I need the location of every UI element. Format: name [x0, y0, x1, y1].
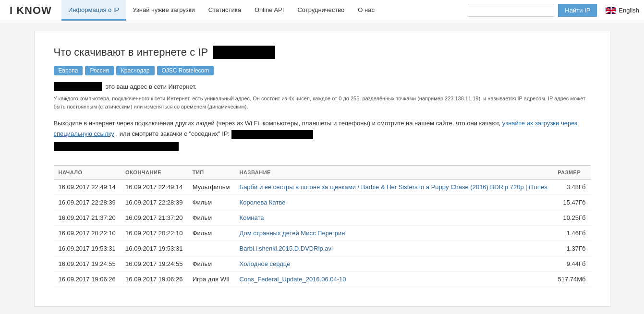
table-row: 16.09.2017 20:22:1016.09.2017 20:22:10Фи… — [54, 226, 591, 241]
cell-name: Barbi.i.shenki.2015.D.DVDRip.avi — [235, 241, 553, 256]
cell-end: 16.09.2017 22:28:39 — [121, 195, 188, 210]
cell-end: 16.09.2017 19:06:26 — [121, 272, 188, 287]
neighbor-ip-block-redacted — [54, 142, 179, 151]
cell-name: Дом странных детей Мисс Перегрин — [235, 226, 553, 241]
find-ip-button[interactable]: Найти IP — [558, 4, 597, 17]
cell-size: 1.46Гб — [553, 226, 590, 241]
nav-right: Найти IP English — [468, 4, 639, 17]
nav-item-others-downloads[interactable]: Узнай чужие загрузки — [126, 0, 201, 21]
page-title: Что скачивают в интернете с IP — [54, 46, 591, 59]
cell-type: Игра для WII — [188, 272, 235, 287]
tags-container: ЕвропаРоссияКраснодарOJSC Rostelecom — [54, 66, 591, 75]
cell-type: Мультфильм — [188, 180, 235, 195]
search-input[interactable] — [468, 4, 554, 17]
language-label: English — [619, 7, 639, 14]
col-header-end: ОКОНЧАНИЕ — [121, 166, 188, 180]
cell-size: 1.37Гб — [553, 241, 590, 256]
cell-name: Комната — [235, 210, 553, 226]
cell-name: Барби и её сестры в погоне за щенками / … — [235, 180, 553, 195]
cell-size: 10.25Гб — [553, 210, 590, 226]
table-header-row: НАЧАЛООКОНЧАНИЕТИПНАЗВАНИЕРАЗМЕР — [54, 166, 591, 180]
cell-end: 16.09.2017 20:22:10 — [121, 226, 188, 241]
your-ip-text: это ваш адрес в сети Интернет. — [106, 83, 197, 90]
file-name-link[interactable]: Barbi.i.shenki.2015.D.DVDRip.avi — [240, 245, 333, 252]
ip-description: У каждого компьютера, подключенного к се… — [54, 95, 591, 110]
ip-address-redacted — [213, 46, 275, 59]
cell-start: 16.09.2017 22:28:39 — [54, 195, 121, 210]
col-header-name: НАЗВАНИЕ — [235, 166, 553, 180]
table-body: 16.09.2017 22:49:1416.09.2017 22:49:14Му… — [54, 180, 591, 287]
cell-start: 16.09.2017 19:24:55 — [54, 256, 121, 272]
cell-start: 16.09.2017 19:06:26 — [54, 272, 121, 287]
cell-end: 16.09.2017 19:24:55 — [121, 256, 188, 272]
nav-item-ip-info[interactable]: Информация о IP — [61, 0, 126, 21]
cell-type — [188, 241, 235, 256]
col-header-start: НАЧАЛО — [54, 166, 121, 180]
neighbor-ip-redacted — [231, 130, 313, 139]
cell-start: 16.09.2017 22:49:14 — [54, 180, 121, 195]
table-row: 16.09.2017 21:37:2016.09.2017 21:37:20Фи… — [54, 210, 591, 226]
cell-size: 517.74Мб — [553, 272, 590, 287]
cell-name: Королева Катве — [235, 195, 553, 210]
downloads-table: НАЧАЛООКОНЧАНИЕТИПНАЗВАНИЕРАЗМЕР 16.09.2… — [54, 165, 591, 287]
logo: I KNOW — [5, 4, 57, 17]
nav-item-online-api[interactable]: Online API — [248, 0, 291, 21]
cell-type: Фильм — [188, 195, 235, 210]
tag: OJSC Rostelecom — [157, 66, 214, 75]
file-name-link[interactable]: Дом странных детей Мисс Перегрин — [240, 229, 345, 237]
table-row: 16.09.2017 19:24:5516.09.2017 19:24:55Фи… — [54, 256, 591, 272]
col-header-size: РАЗМЕР — [553, 166, 590, 180]
cell-name: Cons_Federal_Update_2016.06.04-10 — [235, 272, 553, 287]
nav-item-statistics[interactable]: Статистика — [202, 0, 248, 21]
your-ip-line: это ваш адрес в сети Интернет. — [54, 82, 591, 91]
table-row: 16.09.2017 22:49:1416.09.2017 22:49:14Му… — [54, 180, 591, 195]
cell-type: Фильм — [188, 256, 235, 272]
info-paragraph: Выходите в интернет через подключения др… — [54, 118, 591, 151]
nav-item-cooperation[interactable]: Сотрудничество — [291, 0, 351, 21]
file-name-link[interactable]: Барби и её сестры в погоне за щенками / … — [240, 183, 547, 191]
main-container: Что скачивают в интернете с IP ЕвропаРос… — [34, 31, 610, 307]
file-name-link[interactable]: Холодное сердце — [240, 260, 291, 267]
header: I KNOW Информация о IPУзнай чужие загруз… — [0, 0, 644, 21]
info-text-2: , или смотрите закачки с "соседних" IP: — [116, 130, 230, 137]
file-name-link[interactable]: Королева Катве — [240, 199, 286, 206]
cell-size: 3.48Гб — [553, 180, 590, 195]
svg-rect-8 — [606, 10, 616, 11]
cell-end: 16.09.2017 19:53:31 — [121, 241, 188, 256]
flag-icon — [606, 7, 616, 14]
cell-type: Фильм — [188, 226, 235, 241]
cell-end: 16.09.2017 22:49:14 — [121, 180, 188, 195]
tag: Краснодар — [116, 66, 155, 75]
info-text-1: Выходите в интернет через подключения др… — [54, 120, 501, 127]
nav-item-about[interactable]: О нас — [351, 0, 381, 21]
table-row: 16.09.2017 19:53:3116.09.2017 19:53:31Ba… — [54, 241, 591, 256]
cell-size: 9.44Гб — [553, 256, 590, 272]
cell-size: 15.47Гб — [553, 195, 590, 210]
cell-type: Фильм — [188, 210, 235, 226]
cell-name: Холодное сердце — [235, 256, 553, 272]
page-title-text: Что скачивают в интернете с IP — [54, 46, 208, 59]
cell-start: 16.09.2017 19:53:31 — [54, 241, 121, 256]
table-row: 16.09.2017 19:06:2616.09.2017 19:06:26Иг… — [54, 272, 591, 287]
cell-end: 16.09.2017 21:37:20 — [121, 210, 188, 226]
language-selector[interactable]: English — [606, 7, 639, 14]
cell-start: 16.09.2017 21:37:20 — [54, 210, 121, 226]
file-name-link[interactable]: Cons_Federal_Update_2016.06.04-10 — [240, 276, 346, 283]
col-header-type: ТИП — [188, 166, 235, 180]
cell-start: 16.09.2017 20:22:10 — [54, 226, 121, 241]
table-header: НАЧАЛООКОНЧАНИЕТИПНАЗВАНИЕРАЗМЕР — [54, 166, 591, 180]
your-ip-redacted — [54, 82, 102, 91]
tag: Европа — [54, 66, 83, 75]
table-row: 16.09.2017 22:28:3916.09.2017 22:28:39Фи… — [54, 195, 591, 210]
tag: Россия — [85, 66, 113, 75]
nav-menu: Информация о IPУзнай чужие загрузкиСтати… — [61, 0, 468, 21]
file-name-link[interactable]: Комната — [240, 214, 264, 221]
